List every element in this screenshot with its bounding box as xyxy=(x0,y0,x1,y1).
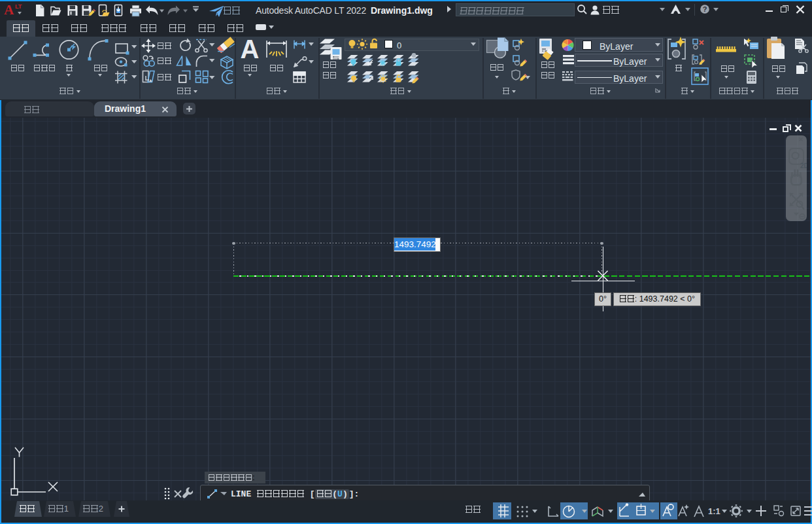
svg-text:A: A xyxy=(241,37,260,63)
svg-text:1:1: 1:1 xyxy=(708,506,720,516)
svg-text:2D: 2D xyxy=(800,162,807,169)
svg-text:?: ? xyxy=(703,5,707,13)
